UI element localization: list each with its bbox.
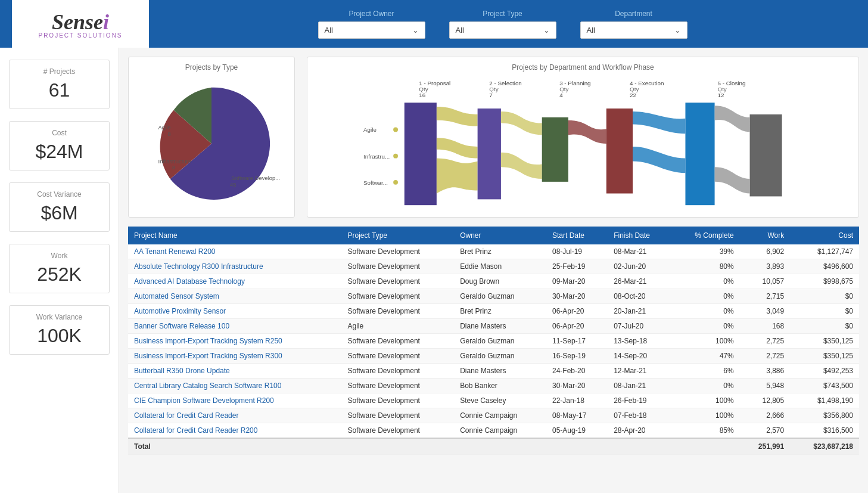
- pie-chart: Software Develop... 45 Infrastructure 8 …: [137, 76, 286, 211]
- cell-type: Software Development: [342, 289, 455, 304]
- cell-cost: $998,675: [790, 274, 859, 289]
- table-row: Central Library Catalog Search Software …: [128, 379, 859, 393]
- cell-pct: 80%: [672, 259, 740, 274]
- cell-finish: 14-Sep-20: [608, 349, 672, 364]
- cell-finish: 08-Oct-20: [608, 289, 672, 304]
- svg-point-19: [393, 127, 398, 132]
- svg-text:7: 7: [489, 92, 492, 98]
- project-owner-select[interactable]: All ⌄: [318, 21, 425, 39]
- col-owner[interactable]: Owner: [454, 227, 546, 244]
- project-link[interactable]: Business Import-Export Tracking System R…: [134, 337, 282, 345]
- cell-start: 30-Mar-20: [546, 379, 608, 393]
- project-owner-filter: Project Owner All ⌄: [318, 10, 425, 39]
- col-finish-date[interactable]: Finish Date: [608, 227, 672, 244]
- cell-cost: $0: [790, 319, 859, 334]
- svg-text:Qty: Qty: [489, 86, 498, 92]
- pie-label-software: Software Develop...: [231, 175, 280, 181]
- pie-chart-title: Projects by Type: [185, 63, 238, 72]
- cell-finish: 07-Feb-18: [608, 408, 672, 423]
- department-label: Department: [580, 10, 687, 18]
- project-link[interactable]: Central Library Catalog Search Software …: [134, 382, 281, 390]
- project-link[interactable]: AA Tenant Renewal R200: [134, 247, 216, 256]
- cell-type: Software Development: [342, 244, 455, 259]
- kpi-work-value: 252K: [18, 263, 100, 286]
- project-link[interactable]: Collateral for Credit Card Reader: [134, 411, 238, 420]
- sankey-chart-title: Projects by Department and Workflow Phas…: [512, 63, 654, 72]
- project-link[interactable]: Advanced AI Database Technology: [134, 277, 245, 286]
- project-type-label: Project Type: [449, 10, 556, 18]
- cell-owner: Bret Prinz: [454, 304, 546, 319]
- svg-text:12: 12: [718, 92, 724, 98]
- table-row: Collateral for Credit Card Reader Softwa…: [128, 408, 859, 423]
- cell-start: 30-Mar-20: [546, 289, 608, 304]
- col-work[interactable]: Work: [740, 227, 791, 244]
- cell-finish: 08-Mar-21: [608, 244, 672, 259]
- cell-pct: 6%: [672, 364, 740, 379]
- cell-start: 05-Aug-19: [546, 423, 608, 439]
- col-pct-complete[interactable]: % Complete: [672, 227, 740, 244]
- project-type-select[interactable]: All ⌄: [449, 21, 556, 39]
- main-content: # Projects 61 Cost $24M Cost Variance $6…: [0, 48, 868, 493]
- project-link[interactable]: Automated Sensor System: [134, 292, 219, 300]
- project-link[interactable]: Collateral for Credit Card Reader R200: [134, 426, 257, 435]
- cell-owner: Doug Brown: [454, 274, 546, 289]
- project-link[interactable]: Automotive Proximity Sensor: [134, 307, 226, 315]
- cell-name: Central Library Catalog Search Software …: [128, 379, 342, 393]
- project-link[interactable]: Absolute Technology R300 Infrastructure: [134, 262, 263, 271]
- cell-type: Software Development: [342, 349, 455, 364]
- svg-rect-27: [606, 108, 633, 193]
- svg-rect-29: [750, 114, 782, 197]
- department-filter: Department All ⌄: [580, 10, 687, 39]
- kpi-work-variance-label: Work Variance: [18, 313, 100, 321]
- cell-name: AA Tenant Renewal R200: [128, 244, 342, 259]
- cell-cost: $1,127,747: [790, 244, 859, 259]
- header-filters: Project Owner All ⌄ Project Type All ⌄ D…: [149, 10, 856, 39]
- cell-owner: Eddie Mason: [454, 259, 546, 274]
- cell-type: Software Development: [342, 304, 455, 319]
- cell-name: Business Import-Export Tracking System R…: [128, 349, 342, 364]
- pie-chart-container: Projects by Type Software Develop... 45: [128, 57, 295, 218]
- cell-name: Automated Sensor System: [128, 289, 342, 304]
- chevron-down-icon: ⌄: [543, 26, 550, 35]
- cell-cost: $350,125: [790, 349, 859, 364]
- sidebar: # Projects 61 Cost $24M Cost Variance $6…: [0, 48, 119, 493]
- project-type-filter: Project Type All ⌄: [449, 10, 556, 39]
- col-cost[interactable]: Cost: [790, 227, 859, 244]
- cell-start: 09-Mar-20: [546, 274, 608, 289]
- col-project-name[interactable]: Project Name: [128, 227, 342, 244]
- department-select[interactable]: All ⌄: [580, 21, 687, 39]
- project-link[interactable]: Butterball R350 Drone Update: [134, 367, 230, 375]
- cell-work: 2,570: [740, 423, 791, 439]
- logo: Sensei: [38, 10, 122, 35]
- cell-owner: Geraldo Guzman: [454, 289, 546, 304]
- cell-type: Software Development: [342, 379, 455, 393]
- chevron-down-icon: ⌄: [412, 26, 419, 35]
- sankey-chart: 1 - Proposal Qty 16 2 - Selection Qty 7 …: [316, 76, 850, 211]
- table-area[interactable]: Project Name Project Type Owner Start Da…: [119, 227, 868, 493]
- cell-pct: 47%: [672, 349, 740, 364]
- project-link[interactable]: CIE Champion Software Development R200: [134, 396, 274, 405]
- cell-owner: Diane Masters: [454, 319, 546, 334]
- cell-name: Collateral for Credit Card Reader: [128, 408, 342, 423]
- cell-work: 5,948: [740, 379, 791, 393]
- cell-name: Automotive Proximity Sensor: [128, 304, 342, 319]
- col-project-type[interactable]: Project Type: [342, 227, 455, 244]
- table-row: Collateral for Credit Card Reader R200 S…: [128, 423, 859, 439]
- svg-rect-26: [542, 117, 568, 182]
- project-link[interactable]: Business Import-Export Tracking System R…: [134, 352, 282, 360]
- cell-type: Software Development: [342, 408, 455, 423]
- kpi-work-variance-value: 100K: [18, 325, 100, 347]
- total-cost: $23,687,218: [790, 438, 859, 455]
- svg-text:Qty: Qty: [630, 86, 639, 92]
- cell-name: Business Import-Export Tracking System R…: [128, 334, 342, 349]
- cell-work: 2,725: [740, 334, 791, 349]
- cell-finish: 02-Jun-20: [608, 259, 672, 274]
- cell-cost: $1,498,190: [790, 393, 859, 408]
- cell-owner: Steve Caseley: [454, 393, 546, 408]
- project-link[interactable]: Banner Software Release 100: [134, 322, 229, 330]
- cell-pct: 100%: [672, 334, 740, 349]
- col-start-date[interactable]: Start Date: [546, 227, 608, 244]
- kpi-cost-label: Cost: [18, 129, 100, 137]
- projects-table: Project Name Project Type Owner Start Da…: [128, 227, 859, 455]
- cell-type: Software Development: [342, 423, 455, 439]
